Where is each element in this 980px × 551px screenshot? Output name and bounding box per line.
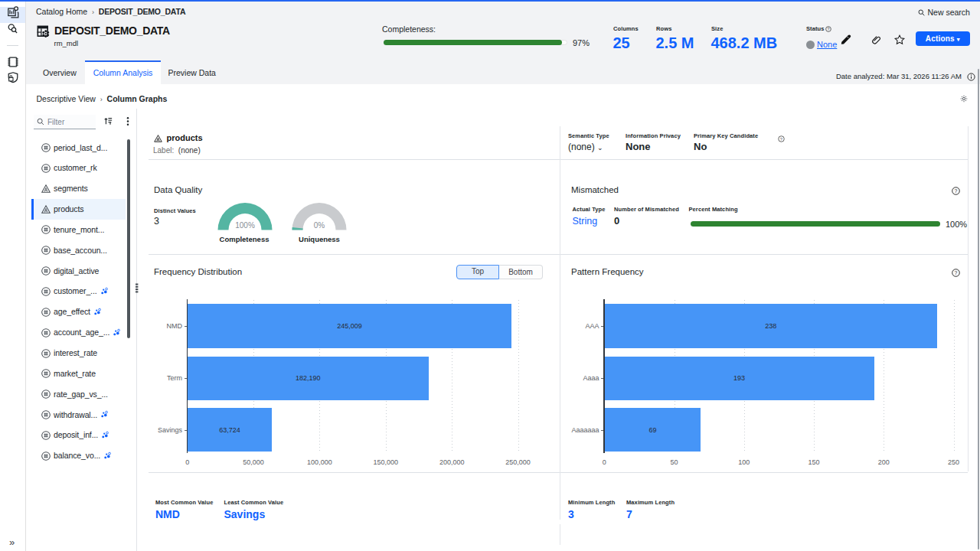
svg-text:?: ? bbox=[780, 136, 783, 141]
svg-text:100%: 100% bbox=[235, 221, 255, 230]
svg-text:0%: 0% bbox=[314, 221, 325, 230]
svg-text:?: ? bbox=[955, 270, 958, 276]
svg-text:?: ? bbox=[828, 27, 830, 31]
svg-text:?: ? bbox=[955, 188, 958, 194]
